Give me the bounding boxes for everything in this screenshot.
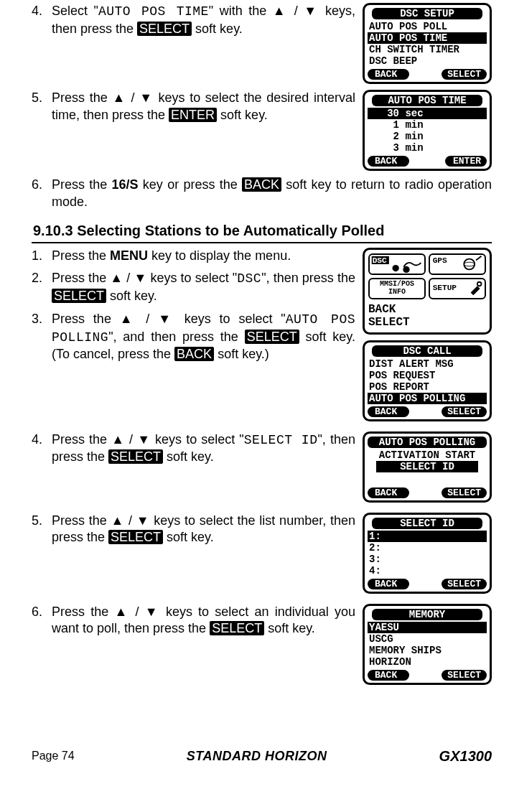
- screen-dsc-setup: DSC SETUP AUTO POS POLL AUTO POS TIME CH…: [363, 3, 492, 84]
- softkey-back: BACK: [368, 156, 409, 167]
- softkey-back: BACK: [368, 579, 409, 589]
- screen-dsc-call: DSC CALL DIST ALERT MSG POS REQUEST POS …: [363, 340, 492, 421]
- screen-title: AUTO POS TIME: [372, 95, 482, 106]
- softkey-back: BACK: [368, 406, 409, 417]
- screen-menu: DSCDSC GPS MMSI/POSINFO SETUP BACK SELEC…: [363, 248, 492, 335]
- step-text: Press the ▲ / ▼ keys to select "DSC", th…: [52, 270, 355, 305]
- softkey-select: SELECT: [368, 316, 486, 329]
- step-number: 4.: [32, 3, 52, 38]
- step-number: 6.: [32, 604, 52, 638]
- softkey-back: BACK: [368, 487, 409, 498]
- menu-cell-setup: SETUP: [429, 278, 486, 299]
- menu-cell-dsc: DSCDSC: [368, 253, 426, 275]
- step-number: 5.: [32, 90, 52, 124]
- screen-auto-pos-time: AUTO POS TIME 30 sec 1 min 2 min 3 min B…: [363, 90, 492, 171]
- step-number: 4.: [32, 431, 52, 467]
- screen-title: DSC SETUP: [372, 8, 482, 19]
- page-number: Page 74: [32, 750, 75, 762]
- step-text: Select "AUTO POS TIME" with the ▲ / ▼ ke…: [52, 3, 355, 38]
- softkey-enter: ENTER: [169, 108, 217, 122]
- step-text: Press the ▲ / ▼ keys to select the desir…: [52, 90, 355, 124]
- softkey-select: SELECT: [442, 670, 487, 681]
- svg-point-3: [393, 264, 399, 271]
- step-text: Press the ▲ / ▼ keys to select an indivi…: [52, 604, 355, 638]
- softkey-select: SELECT: [52, 289, 106, 303]
- softkey-select: SELECT: [137, 22, 192, 36]
- svg-point-9: [477, 281, 482, 286]
- step-text: Press the ▲ / ▼ keys to select the list …: [52, 513, 355, 547]
- svg-point-6: [464, 258, 475, 269]
- softkey-select: SELECT: [210, 621, 264, 635]
- softkey-back: BACK: [174, 347, 214, 361]
- step-text: Press the ▲ / ▼ keys to select "SELECT I…: [52, 431, 355, 467]
- section-heading: 9.10.3 Selecting Stations to be Automati…: [32, 220, 492, 243]
- step-text: Press the 16/S key or press the BACK sof…: [52, 177, 492, 211]
- step-text: Press the ▲ / ▼ keys to select "AUTO POS…: [52, 311, 355, 363]
- screen-title: AUTO POS POLLING: [368, 437, 487, 448]
- screen-title: DSC CALL: [372, 345, 482, 357]
- softkey-back: BACK: [368, 69, 409, 80]
- menu-cell-gps: GPS: [429, 253, 486, 275]
- brand-logo: STANDARD HORIZON: [187, 749, 327, 764]
- svg-text:GPS: GPS: [433, 256, 447, 265]
- softkey-select: SELECT: [108, 530, 163, 544]
- step-number: 3.: [32, 311, 52, 363]
- softkey-select: SELECT: [442, 406, 487, 417]
- screen-title: SELECT ID: [372, 518, 482, 529]
- screen-title: MEMORY: [372, 609, 482, 620]
- softkey-select: SELECT: [442, 69, 487, 80]
- svg-point-4: [403, 266, 409, 272]
- step-number: 6.: [32, 177, 52, 211]
- step-number: 2.: [32, 270, 52, 305]
- softkey-select: SELECT: [245, 330, 299, 344]
- softkey-back: BACK: [368, 670, 409, 681]
- screen-select-id: SELECT ID 1: 2: 3: 4: BACK SELECT: [363, 513, 492, 594]
- softkey-enter: ENTER: [445, 156, 487, 167]
- step-number: 5.: [32, 513, 52, 547]
- softkey-back: BACK: [242, 177, 281, 192]
- softkey-select: SELECT: [442, 487, 487, 498]
- screen-memory: MEMORY YAESU USCG MEMORY SHIPS HORIZON B…: [363, 604, 492, 685]
- step-text: Press the MENU key to display the menu.: [52, 248, 355, 265]
- softkey-select: SELECT: [442, 579, 487, 589]
- step-number: 1.: [32, 248, 52, 265]
- softkey-select: SELECT: [108, 449, 163, 464]
- svg-text:DSC: DSC: [373, 256, 387, 265]
- svg-point-7: [464, 262, 475, 266]
- screen-auto-pos-polling: AUTO POS POLLING ACTIVATION START SELECT…: [363, 431, 492, 503]
- softkey-back: BACK: [368, 303, 486, 316]
- svg-text:SETUP: SETUP: [433, 283, 457, 291]
- menu-cell-mmsi: MMSI/POSINFO: [368, 278, 426, 299]
- model-number: GX1300: [439, 748, 492, 765]
